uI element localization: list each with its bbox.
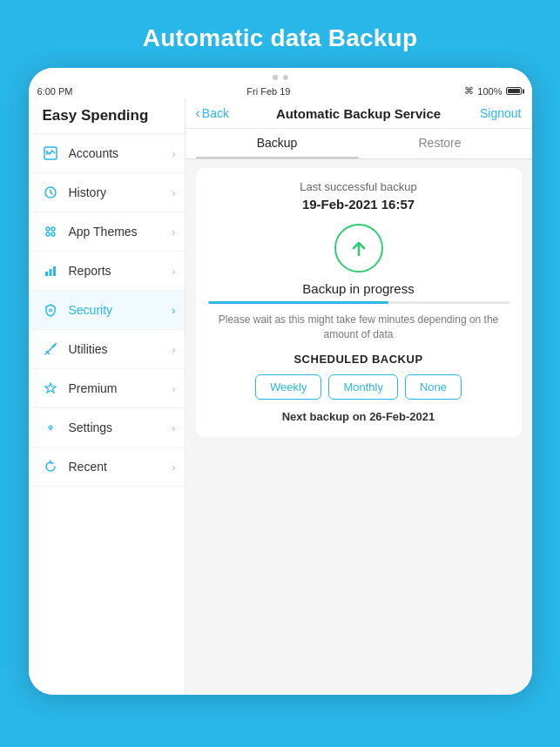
status-bar: 6:00 PM Fri Feb 19 ⌘ 100%	[29, 84, 532, 98]
battery-percent: 100%	[477, 86, 502, 97]
nav-title: Automatic Backup Service	[248, 106, 469, 121]
backup-status: Backup in progress	[208, 281, 509, 296]
history-chevron: ›	[172, 186, 175, 199]
svg-rect-6	[45, 272, 48, 276]
sidebar-app-name: Easy Spending	[29, 98, 185, 134]
back-chevron-icon: ‹	[196, 105, 200, 121]
app-themes-chevron: ›	[172, 225, 175, 239]
wifi-icon: ⌘	[464, 85, 474, 97]
battery-icon	[506, 87, 522, 95]
premium-icon	[41, 379, 60, 398]
sidebar-item-history[interactable]: History ›	[29, 173, 185, 212]
sidebar: Easy Spending Accounts ›	[29, 98, 186, 695]
last-backup-date: 19-Feb-2021 16:57	[208, 197, 509, 212]
premium-label: Premium	[69, 381, 172, 395]
tablet-frame: 6:00 PM Fri Feb 19 ⌘ 100% Easy Spending	[29, 68, 532, 695]
accounts-label: Accounts	[69, 146, 172, 160]
reports-label: Reports	[69, 264, 172, 278]
tab-restore[interactable]: Restore	[359, 129, 522, 158]
premium-chevron: ›	[172, 382, 175, 395]
schedule-weekly-button[interactable]: Weekly	[255, 374, 321, 400]
back-button[interactable]: ‹ Back	[196, 105, 248, 121]
sidebar-item-security[interactable]: Security ›	[29, 291, 185, 330]
svg-point-4	[46, 232, 50, 236]
recent-icon	[41, 457, 60, 476]
scheduled-label: SCHEDULED BACKUP	[208, 353, 509, 366]
tab-backup[interactable]: Backup	[196, 129, 359, 158]
tablet-dot-2	[283, 75, 288, 80]
svg-point-3	[51, 227, 55, 231]
svg-point-9	[49, 309, 51, 312]
back-label: Back	[202, 106, 229, 120]
content-area: Last successful backup 19-Feb-2021 16:57…	[186, 159, 532, 695]
svg-point-2	[46, 227, 50, 231]
signout-button[interactable]: Signout	[469, 106, 522, 120]
recent-label: Recent	[69, 460, 172, 474]
utilities-label: Utilities	[69, 342, 172, 356]
app-themes-label: App Themes	[69, 225, 172, 239]
reports-icon	[41, 261, 60, 280]
security-icon	[41, 300, 60, 320]
sidebar-item-premium[interactable]: Premium ›	[29, 369, 185, 408]
sidebar-item-settings[interactable]: i Settings ›	[29, 408, 185, 448]
nav-bar: ‹ Back Automatic Backup Service Signout	[186, 98, 532, 129]
security-label: Security	[69, 303, 172, 317]
tablet-dot-1	[273, 75, 278, 80]
status-time: 6:00 PM	[37, 86, 73, 97]
last-backup-label: Last successful backup	[208, 180, 509, 193]
sidebar-item-reports[interactable]: Reports ›	[29, 252, 185, 291]
tab-bar: Backup Restore	[186, 129, 532, 159]
accounts-chevron: ›	[172, 147, 175, 160]
progress-bar	[208, 301, 509, 304]
schedule-options: Weekly Monthly None	[208, 374, 509, 400]
next-backup: Next backup on 26-Feb-2021	[208, 410, 509, 423]
settings-icon: i	[41, 418, 60, 437]
history-icon	[41, 183, 60, 202]
svg-point-5	[51, 232, 55, 236]
sidebar-item-recent[interactable]: Recent ›	[29, 448, 185, 487]
security-chevron: ›	[172, 304, 175, 317]
backup-note: Please wait as this might take few minut…	[208, 313, 509, 342]
utilities-icon	[41, 340, 60, 359]
upload-circle	[334, 224, 383, 273]
progress-bar-fill	[208, 301, 389, 304]
tablet-dots	[29, 68, 532, 84]
svg-text:i: i	[50, 424, 51, 433]
settings-chevron: ›	[172, 421, 175, 434]
svg-rect-7	[49, 269, 51, 276]
sidebar-item-accounts[interactable]: Accounts ›	[29, 134, 185, 173]
app-themes-icon	[41, 222, 60, 241]
utilities-chevron: ›	[172, 343, 175, 356]
recent-chevron: ›	[172, 461, 175, 474]
svg-marker-11	[45, 383, 56, 393]
history-label: History	[69, 185, 172, 199]
main-content: ‹ Back Automatic Backup Service Signout …	[186, 98, 532, 695]
accounts-icon	[41, 144, 60, 163]
backup-card: Last successful backup 19-Feb-2021 16:57…	[196, 168, 522, 437]
status-right: ⌘ 100%	[464, 85, 521, 97]
sidebar-item-app-themes[interactable]: App Themes ›	[29, 212, 185, 252]
page-title: Automatic data Backup	[125, 0, 435, 68]
status-date: Fri Feb 19	[246, 86, 290, 97]
schedule-none-button[interactable]: None	[405, 374, 462, 400]
app-body: Easy Spending Accounts ›	[29, 98, 532, 695]
reports-chevron: ›	[172, 265, 175, 278]
settings-label: Settings	[69, 421, 172, 434]
svg-rect-8	[53, 266, 56, 276]
sidebar-item-utilities[interactable]: Utilities ›	[29, 330, 185, 369]
schedule-monthly-button[interactable]: Monthly	[328, 374, 398, 400]
